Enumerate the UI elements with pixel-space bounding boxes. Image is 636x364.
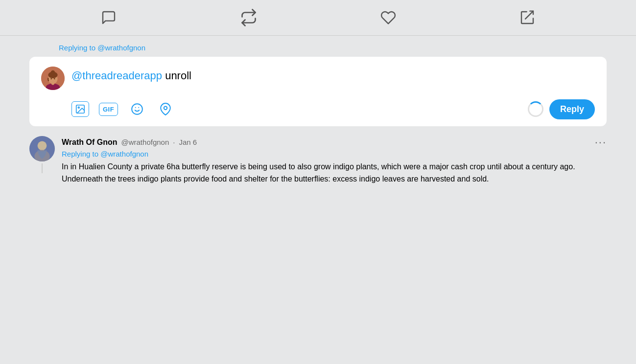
tweet-more-button[interactable]: ··· — [595, 136, 607, 149]
location-button[interactable] — [156, 101, 175, 117]
gif-label: GIF — [103, 106, 114, 113]
compose-icons: GIF — [71, 101, 175, 117]
reply-button[interactable]: Reply — [549, 99, 595, 119]
user-avatar — [41, 67, 65, 90]
svg-point-11 — [132, 104, 142, 114]
tweet-section: Wrath Of Gnon @wrathofgnon · Jan 6 ··· R… — [0, 126, 636, 195]
compose-area: @threadreaderapp unroll — [29, 57, 607, 126]
action-bar — [0, 0, 636, 36]
compose-content: @threadreaderapp unroll — [71, 67, 595, 119]
avatar-col — [29, 136, 55, 175]
svg-point-8 — [54, 78, 55, 79]
gif-button[interactable]: GIF — [99, 103, 118, 116]
mention-text: @threadreaderapp — [71, 69, 162, 82]
like-icon[interactable] — [380, 10, 396, 25]
tweet-row: Wrath Of Gnon @wrathofgnon · Jan 6 ··· R… — [29, 136, 607, 185]
retweet-icon[interactable] — [240, 9, 258, 26]
share-icon[interactable] — [519, 10, 535, 25]
tweet-header: Wrath Of Gnon @wrathofgnon · Jan 6 ··· — [62, 136, 607, 149]
tweet-separator: · — [173, 138, 175, 146]
tweet-author: Wrath Of Gnon @wrathofgnon · Jan 6 — [62, 138, 197, 147]
tweet-replying-handle[interactable]: @wrathofgnon — [100, 150, 148, 158]
loading-spinner — [528, 101, 543, 117]
emoji-button[interactable] — [128, 101, 146, 117]
tweet-text: In in Hualien County a private 6ha butte… — [62, 161, 607, 185]
compose-word: unroll — [165, 69, 191, 82]
tweet-author-handle[interactable]: @wrathofgnon — [121, 138, 169, 146]
svg-point-6 — [51, 70, 55, 75]
image-button[interactable] — [71, 101, 89, 117]
svg-point-7 — [50, 78, 51, 79]
compose-right: Reply — [528, 99, 595, 119]
comment-icon[interactable] — [101, 10, 117, 25]
thread-line — [42, 163, 43, 173]
compose-text[interactable]: @threadreaderapp unroll — [71, 67, 595, 95]
tweet-body: Wrath Of Gnon @wrathofgnon · Jan 6 ··· R… — [62, 136, 607, 185]
svg-point-14 — [164, 107, 167, 110]
replying-to-handle[interactable]: @wrathofgnon — [97, 44, 145, 52]
svg-point-16 — [38, 141, 47, 150]
reply-section: Replying to @wrathofgnon — [0, 36, 636, 126]
tweet-avatar — [29, 136, 55, 161]
tweet-replying-to: Replying to @wrathofgnon — [62, 150, 607, 158]
tweet-date: Jan 6 — [179, 138, 197, 146]
compose-toolbar: GIF — [71, 95, 595, 119]
replying-to-label: Replying to @wrathofgnon — [29, 44, 607, 52]
tweet-author-name: Wrath Of Gnon — [62, 138, 117, 147]
svg-point-10 — [78, 107, 79, 109]
